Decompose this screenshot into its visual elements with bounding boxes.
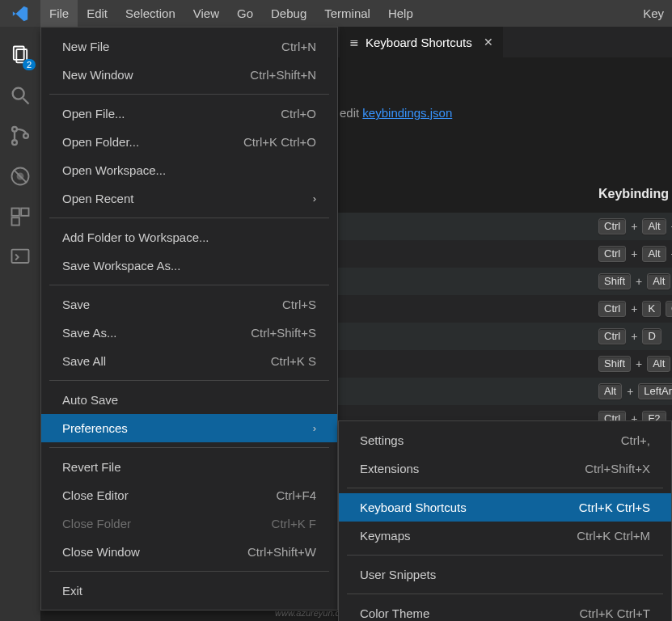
key-separator: + — [631, 330, 637, 343]
menu-item-label: Close Editor — [62, 488, 260, 502]
menu-item-accel: Ctrl+K F — [256, 517, 316, 530]
key-cap: K — [642, 301, 661, 318]
activity-terminal-icon[interactable] — [0, 237, 40, 277]
menu-debug[interactable]: Debug — [262, 0, 315, 27]
svg-line-3 — [23, 99, 29, 104]
tab-keyboard-shortcuts[interactable]: ≣ Keyboard Shortcuts ✕ — [340, 27, 503, 57]
menu-item-accel: Ctrl+Shift+N — [234, 68, 316, 82]
menu-separator — [49, 571, 329, 572]
menu-item-label: Auto Save — [62, 393, 316, 407]
menu-item-label: Keyboard Shortcuts — [360, 501, 563, 514]
key-cap: D — [642, 328, 661, 345]
key-separator: + — [627, 385, 633, 398]
file-menu-item-revert-file[interactable]: Revert File — [41, 453, 337, 481]
explorer-badge: 2 — [23, 59, 36, 70]
file-menu-item-new-window[interactable]: New WindowCtrl+Shift+N — [41, 61, 337, 89]
menu-item-label: New File — [62, 40, 265, 53]
key-cap: Alt — [598, 383, 622, 400]
key-cap: Alt — [642, 218, 666, 235]
file-menu-item-auto-save[interactable]: Auto Save — [41, 386, 337, 414]
file-menu-item-save-workspace-as[interactable]: Save Workspace As... — [41, 251, 337, 280]
menu-item-accel: Ctrl+Shift+S — [235, 326, 316, 340]
svg-rect-13 — [12, 250, 29, 263]
activity-search-icon[interactable] — [0, 75, 40, 116]
menu-selection[interactable]: Selection — [116, 0, 184, 27]
file-menu-item-close-window[interactable]: Close WindowCtrl+Shift+W — [41, 538, 337, 566]
menu-item-label: Open Recent — [62, 192, 313, 205]
key-cap: Alt — [647, 356, 670, 373]
menu-item-label: Settings — [360, 433, 605, 447]
file-menu-item-save[interactable]: SaveCtrl+S — [41, 290, 337, 319]
menu-go[interactable]: Go — [228, 0, 262, 27]
menu-item-label: Keymaps — [360, 529, 560, 543]
menu-item-label: User Snippets — [360, 568, 650, 581]
key-cap: Ctrl — [598, 246, 626, 263]
svg-rect-11 — [21, 209, 28, 216]
key-cap: Ctrl — [666, 301, 672, 318]
activity-scm-icon[interactable] — [0, 116, 40, 156]
key-cap: Shift — [598, 356, 631, 373]
menubar: FileEditSelectionViewGoDebugTerminalHelp… — [0, 0, 672, 27]
key-cap: Shift — [598, 273, 631, 290]
menu-edit[interactable]: Edit — [78, 0, 116, 27]
menu-separator — [49, 94, 329, 95]
menu-item-label: Save As... — [62, 326, 235, 340]
menu-item-label: New Window — [62, 68, 234, 82]
menu-item-label: Add Folder to Workspace... — [62, 230, 316, 244]
menu-separator — [347, 594, 663, 594]
key-cap: Ctrl — [598, 328, 626, 345]
activity-explorer-icon[interactable]: 2 — [0, 35, 40, 75]
file-menu-item-exit[interactable]: Exit — [41, 577, 337, 605]
hint-prefix: edit — [340, 106, 362, 120]
key-separator: + — [636, 357, 642, 370]
menu-separator — [347, 488, 663, 488]
file-menu-item-preferences[interactable]: Preferences› — [41, 414, 337, 442]
menu-terminal[interactable]: Terminal — [315, 0, 379, 27]
activity-extensions-icon[interactable] — [0, 196, 40, 237]
key-separator: + — [631, 247, 637, 260]
menu-item-accel: Ctrl+N — [265, 40, 316, 53]
file-menu-item-save-as[interactable]: Save As...Ctrl+Shift+S — [41, 319, 337, 347]
menu-item-label: Close Window — [62, 545, 231, 559]
menu-file[interactable]: File — [40, 0, 78, 27]
chevron-right-icon: › — [313, 192, 316, 205]
menu-item-label: Revert File — [62, 460, 316, 474]
menu-help[interactable]: Help — [379, 0, 422, 27]
keybindings-json-link[interactable]: keybindings.json — [362, 106, 452, 120]
menu-view[interactable]: View — [184, 0, 228, 27]
prefs-menu-item-keymaps[interactable]: KeymapsCtrl+K Ctrl+M — [339, 522, 671, 550]
svg-point-4 — [12, 127, 17, 132]
menu-separator — [347, 555, 663, 556]
menu-item-label: Save Workspace As... — [62, 259, 316, 272]
file-menu-item-save-all[interactable]: Save AllCtrl+K S — [41, 347, 337, 375]
file-menu-item-open-file[interactable]: Open File...Ctrl+O — [41, 99, 337, 128]
prefs-menu-item-settings[interactable]: SettingsCtrl+, — [339, 426, 671, 454]
menu-item-accel: Ctrl+K Ctrl+M — [560, 529, 650, 543]
file-menu-item-close-editor[interactable]: Close EditorCtrl+F4 — [41, 481, 337, 509]
menu-item-label: Open File... — [62, 107, 264, 120]
file-menu-item-add-folder-to-workspace[interactable]: Add Folder to Workspace... — [41, 223, 337, 251]
file-menu-item-open-workspace[interactable]: Open Workspace... — [41, 156, 337, 184]
prefs-menu-item-user-snippets[interactable]: User Snippets — [339, 560, 671, 589]
file-menu-item-open-folder[interactable]: Open Folder...Ctrl+K Ctrl+O — [41, 128, 337, 156]
activity-debug-icon[interactable] — [0, 156, 40, 196]
prefs-menu-item-keyboard-shortcuts[interactable]: Keyboard ShortcutsCtrl+K Ctrl+S — [339, 493, 671, 522]
menu-item-accel: Ctrl+K Ctrl+S — [563, 501, 650, 514]
key-cap: Ctrl — [598, 301, 626, 318]
preferences-submenu: SettingsCtrl+,ExtensionsCtrl+Shift+XKeyb… — [338, 420, 672, 621]
menu-item-label: Close Folder — [62, 517, 256, 530]
activity-bar: 2 — [0, 27, 40, 621]
vscode-logo-icon — [0, 0, 40, 27]
key-cap: Ctrl — [598, 218, 626, 235]
close-icon[interactable]: ✕ — [484, 36, 493, 49]
menu-item-label: Save — [62, 298, 266, 311]
prefs-menu-item-color-theme[interactable]: Color ThemeCtrl+K Ctrl+T — [339, 599, 671, 621]
menu-item-label: Save All — [62, 354, 255, 368]
svg-point-5 — [12, 140, 17, 145]
file-menu-item-new-file[interactable]: New FileCtrl+N — [41, 32, 337, 61]
window-title: Key — [643, 6, 672, 20]
file-menu-item-open-recent[interactable]: Open Recent› — [41, 184, 337, 213]
file-menu-item-close-folder: Close FolderCtrl+K F — [41, 509, 337, 538]
prefs-menu-item-extensions[interactable]: ExtensionsCtrl+Shift+X — [339, 454, 671, 483]
menu-separator — [49, 285, 329, 285]
